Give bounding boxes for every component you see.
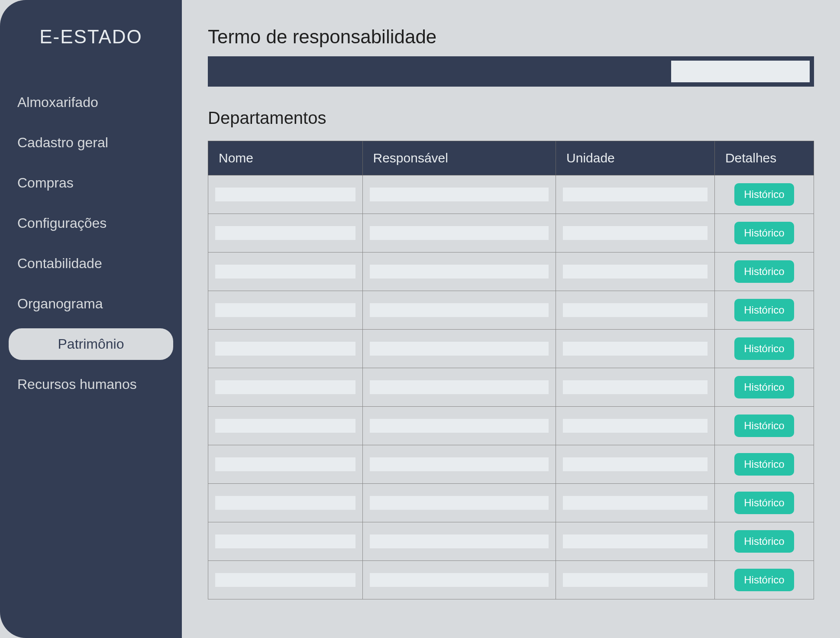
sidebar-item-configurações[interactable]: Configurações	[9, 207, 173, 239]
historico-button[interactable]: Histórico	[734, 530, 794, 553]
table-row: Histórico	[208, 291, 814, 330]
table-row: Histórico	[208, 561, 814, 599]
historico-button[interactable]: Histórico	[734, 376, 794, 398]
sidebar-item-almoxarifado[interactable]: Almoxarifado	[9, 87, 173, 118]
cell-value	[215, 342, 355, 356]
cell-value	[215, 188, 355, 201]
cell-detalhes: Histórico	[714, 368, 814, 407]
cell-responsavel	[362, 175, 556, 214]
sidebar: E-ESTADO AlmoxarifadoCadastro geralCompr…	[0, 0, 182, 638]
cell-value	[563, 457, 708, 471]
cell-detalhes: Histórico	[714, 561, 814, 599]
cell-responsavel	[362, 291, 556, 330]
search-bar	[208, 56, 814, 87]
cell-value	[370, 265, 549, 279]
cell-value	[563, 265, 708, 279]
cell-value	[370, 342, 549, 356]
historico-button[interactable]: Histórico	[734, 569, 794, 591]
cell-detalhes: Histórico	[714, 484, 814, 522]
table-row: Histórico	[208, 214, 814, 253]
sidebar-item-organograma[interactable]: Organograma	[9, 288, 173, 320]
cell-value	[563, 226, 708, 240]
main-content: Termo de responsabilidade Departamentos …	[182, 0, 840, 638]
cell-value	[215, 419, 355, 433]
cell-responsavel	[362, 407, 556, 445]
cell-unidade	[556, 522, 715, 561]
app-container: E-ESTADO AlmoxarifadoCadastro geralCompr…	[0, 0, 840, 638]
cell-value	[370, 457, 549, 471]
cell-nome	[208, 253, 363, 291]
table-row: Histórico	[208, 330, 814, 368]
cell-detalhes: Histórico	[714, 330, 814, 368]
cell-unidade	[556, 484, 715, 522]
historico-button[interactable]: Histórico	[734, 453, 794, 476]
cell-unidade	[556, 561, 715, 599]
cell-value	[563, 573, 708, 587]
cell-nome	[208, 175, 363, 214]
table-header-detalhes: Detalhes	[714, 141, 814, 175]
table-body: HistóricoHistóricoHistóricoHistóricoHist…	[208, 175, 814, 599]
table-row: Histórico	[208, 175, 814, 214]
cell-detalhes: Histórico	[714, 407, 814, 445]
cell-value	[215, 380, 355, 394]
cell-value	[563, 496, 708, 510]
cell-nome	[208, 407, 363, 445]
historico-button[interactable]: Histórico	[734, 183, 794, 206]
section-title: Departamentos	[208, 108, 814, 128]
cell-nome	[208, 445, 363, 484]
cell-unidade	[556, 214, 715, 253]
historico-button[interactable]: Histórico	[734, 415, 794, 437]
sidebar-item-patrimônio[interactable]: Patrimônio	[9, 328, 173, 360]
cell-nome	[208, 484, 363, 522]
historico-button[interactable]: Histórico	[734, 337, 794, 360]
table-row: Histórico	[208, 407, 814, 445]
cell-value	[370, 226, 549, 240]
sidebar-item-cadastro-geral[interactable]: Cadastro geral	[9, 127, 173, 159]
search-input[interactable]	[671, 61, 810, 82]
cell-value	[563, 380, 708, 394]
table-header-row: Nome Responsável Unidade Detalhes	[208, 141, 814, 175]
historico-button[interactable]: Histórico	[734, 260, 794, 283]
table-row: Histórico	[208, 368, 814, 407]
cell-value	[563, 342, 708, 356]
table-header-unidade: Unidade	[556, 141, 715, 175]
cell-responsavel	[362, 522, 556, 561]
cell-value	[215, 303, 355, 317]
cell-detalhes: Histórico	[714, 253, 814, 291]
table-header-responsavel: Responsável	[362, 141, 556, 175]
cell-detalhes: Histórico	[714, 214, 814, 253]
cell-value	[563, 419, 708, 433]
cell-unidade	[556, 368, 715, 407]
sidebar-item-recursos-humanos[interactable]: Recursos humanos	[9, 369, 173, 400]
historico-button[interactable]: Histórico	[734, 492, 794, 514]
cell-responsavel	[362, 368, 556, 407]
cell-value	[215, 573, 355, 587]
cell-unidade	[556, 407, 715, 445]
cell-nome	[208, 214, 363, 253]
cell-detalhes: Histórico	[714, 291, 814, 330]
table-row: Histórico	[208, 253, 814, 291]
cell-detalhes: Histórico	[714, 445, 814, 484]
cell-unidade	[556, 445, 715, 484]
sidebar-item-compras[interactable]: Compras	[9, 167, 173, 199]
cell-unidade	[556, 330, 715, 368]
historico-button[interactable]: Histórico	[734, 222, 794, 244]
cell-nome	[208, 330, 363, 368]
sidebar-item-contabilidade[interactable]: Contabilidade	[9, 248, 173, 279]
cell-detalhes: Histórico	[714, 175, 814, 214]
cell-value	[215, 457, 355, 471]
cell-responsavel	[362, 484, 556, 522]
cell-value	[370, 573, 549, 587]
cell-responsavel	[362, 330, 556, 368]
cell-value	[215, 534, 355, 548]
cell-value	[370, 188, 549, 201]
cell-value	[563, 188, 708, 201]
historico-button[interactable]: Histórico	[734, 299, 794, 321]
app-title: E-ESTADO	[9, 26, 173, 48]
table-header-nome: Nome	[208, 141, 363, 175]
cell-value	[563, 303, 708, 317]
cell-value	[563, 534, 708, 548]
cell-unidade	[556, 253, 715, 291]
cell-nome	[208, 522, 363, 561]
cell-nome	[208, 291, 363, 330]
